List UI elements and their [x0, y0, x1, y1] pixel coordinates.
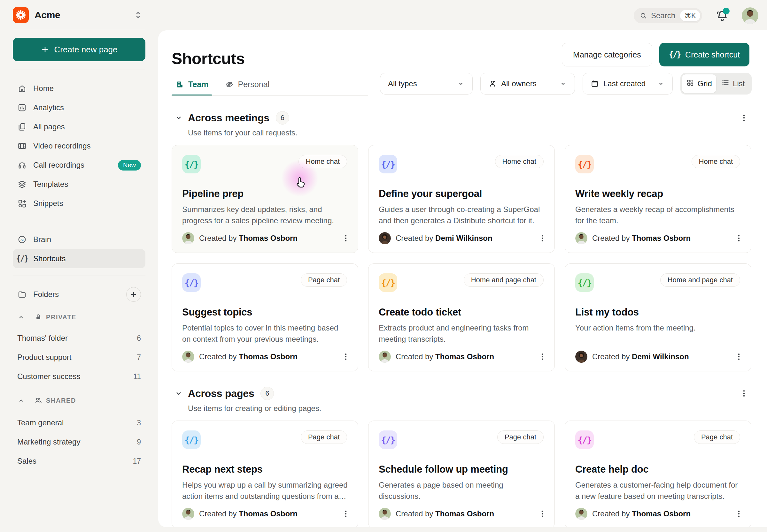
- chevron-up-icon[interactable]: [17, 313, 25, 321]
- chevron-down-icon[interactable]: [174, 113, 183, 122]
- shortcut-title: Suggest topics: [182, 307, 348, 318]
- shortcut-card-write-weekly-recap[interactable]: {/} Home chat Write weekly recap Generat…: [565, 145, 751, 253]
- workspace-switcher[interactable]: Acme: [13, 0, 145, 30]
- creator-byline: Created by Demi Wilkinson: [396, 234, 492, 243]
- analytics-icon: [17, 103, 27, 112]
- card-menu-button[interactable]: [341, 234, 350, 243]
- card-menu-button[interactable]: [538, 234, 547, 243]
- filter-all-types[interactable]: All types: [380, 73, 473, 95]
- card-menu-button[interactable]: [341, 352, 350, 361]
- section-across-meetings: Across meetings 6 Use items for your cal…: [171, 110, 752, 371]
- shortcut-card-create-todo-ticket[interactable]: {/} Home and page chat Create todo ticke…: [368, 263, 555, 371]
- group-header-private[interactable]: PRIVATE: [13, 311, 145, 323]
- shortcut-braces-icon: {/}: [182, 430, 201, 449]
- tabs-row: Team Personal All types All owners Last …: [171, 73, 752, 96]
- folder-item-customer-success[interactable]: Customer success 11: [13, 367, 145, 386]
- shortcut-card-create-help-doc[interactable]: {/} Page chat Create help doc Generates …: [565, 421, 751, 527]
- sidebar-item-home[interactable]: Home: [13, 79, 145, 98]
- shortcut-card-pipeline-prep[interactable]: {/} Home chat Pipeline prep Summarizes k…: [171, 145, 358, 253]
- sidebar-item-brain[interactable]: AI Brain: [13, 230, 145, 249]
- creator-byline: Created by Thomas Osborn: [396, 352, 494, 361]
- card-menu-button[interactable]: [734, 509, 743, 518]
- view-toggle-list[interactable]: List: [716, 74, 750, 93]
- filters: All types All owners Last created Grid L…: [380, 73, 752, 95]
- shortcut-card-list-my-todos[interactable]: {/} Home and page chat List my todos You…: [565, 263, 751, 371]
- tab-personal[interactable]: Personal: [221, 73, 273, 96]
- card-menu-button[interactable]: [538, 352, 547, 361]
- section-menu-button[interactable]: [740, 389, 748, 398]
- filter-last-created[interactable]: Last created: [583, 73, 673, 95]
- shortcut-braces-icon: {/}: [575, 155, 594, 173]
- card-menu-button[interactable]: [734, 352, 743, 361]
- sidebar-item-snippets[interactable]: Snippets: [13, 194, 145, 213]
- view-toggle-grid[interactable]: Grid: [682, 74, 716, 93]
- sidebar-item-call-recordings[interactable]: Call recordings New: [13, 156, 145, 175]
- folder-item-count: 3: [137, 419, 141, 427]
- folder-item-marketing-strategy[interactable]: Marketing strategy 9: [13, 432, 145, 452]
- sidebar-item-label: Home: [33, 84, 54, 93]
- folder-item-product-support[interactable]: Product support 7: [13, 348, 145, 367]
- shortcut-card-suggest-topics[interactable]: {/} Page chat Suggest topics Potential t…: [171, 263, 358, 371]
- folder-item-count: 7: [137, 353, 141, 362]
- sidebar-item-label: Templates: [33, 180, 68, 189]
- group-label: PRIVATE: [46, 314, 76, 321]
- create-shortcut-button[interactable]: {/} Create shortcut: [659, 43, 749, 66]
- create-new-page-button[interactable]: Create new page: [13, 38, 145, 61]
- folder-item-label: Sales: [17, 457, 36, 466]
- lock-icon: [34, 313, 42, 321]
- sidebar-item-label: All pages: [33, 122, 65, 131]
- shortcut-title: Create todo ticket: [379, 307, 544, 318]
- group-label: SHARED: [46, 397, 76, 404]
- workspace-switch-icon[interactable]: [133, 10, 143, 20]
- view-label: Grid: [698, 79, 712, 88]
- sidebar-item-shortcuts[interactable]: {/} Shortcuts: [13, 249, 145, 268]
- sidebar-item-all-pages[interactable]: All pages: [13, 117, 145, 136]
- home-icon: [17, 84, 27, 93]
- folder-item-team-general[interactable]: Team general 3: [13, 413, 145, 432]
- tab-team[interactable]: Team: [171, 73, 212, 96]
- shortcut-card-recap-next-steps[interactable]: {/} Page chat Recap next steps Helps you…: [171, 421, 358, 527]
- folder-item-sales[interactable]: Sales 17: [13, 452, 145, 471]
- shortcut-card-define-your-supergoal[interactable]: {/} Home chat Define your supergoal Guid…: [368, 145, 555, 253]
- folder-item-thomas-folder[interactable]: Thomas' folder 6: [13, 329, 145, 348]
- creator-avatar: [379, 508, 391, 520]
- chevron-down-icon[interactable]: [174, 389, 183, 398]
- shortcut-description: Generates a page based on meeting discus…: [379, 479, 544, 502]
- shortcut-description: Extracts product and engineering tasks f…: [379, 322, 544, 345]
- shortcut-braces-icon: {/}: [575, 430, 594, 449]
- sidebar-item-templates[interactable]: Templates: [13, 175, 145, 194]
- folders-label: Folders: [33, 290, 59, 299]
- sidebar-nav-secondary: AI Brain {/} Shortcuts: [13, 230, 145, 268]
- sidebar-divider: [13, 70, 145, 70]
- group-header-shared[interactable]: SHARED: [13, 394, 145, 407]
- card-menu-button[interactable]: [341, 509, 350, 518]
- chat-context-badge: Home chat: [692, 155, 740, 168]
- filter-all-owners[interactable]: All owners: [480, 73, 575, 95]
- shortcut-braces-icon: {/}: [379, 155, 397, 173]
- card-menu-button[interactable]: [734, 234, 743, 243]
- braces-icon: {/}: [669, 50, 681, 59]
- shortcut-card-schedule-follow-up-meeting[interactable]: {/} Page chat Schedule follow up meeting…: [368, 421, 555, 527]
- plus-icon: [41, 45, 49, 54]
- card-menu-button[interactable]: [538, 509, 547, 518]
- add-folder-button[interactable]: [126, 287, 141, 302]
- search-input[interactable]: Search ⌘K: [634, 8, 702, 23]
- creator-byline: Created by Thomas Osborn: [199, 352, 298, 361]
- creator-avatar: [575, 351, 588, 363]
- sidebar-item-analytics[interactable]: Analytics: [13, 98, 145, 117]
- tab-label: Personal: [238, 80, 270, 89]
- sidebar-item-video-recordings[interactable]: Video recordings: [13, 136, 145, 156]
- shortcut-title: Pipeline prep: [182, 188, 348, 200]
- calendar-icon: [591, 80, 599, 88]
- section-menu-button[interactable]: [740, 113, 748, 122]
- sidebar-item-folders[interactable]: Folders: [13, 285, 145, 304]
- filter-label: Last created: [604, 79, 646, 88]
- manage-categories-button[interactable]: Manage categories: [562, 43, 652, 66]
- chevron-up-icon[interactable]: [17, 397, 25, 404]
- view-toggle: Grid List: [680, 73, 752, 95]
- snippets-icon: [17, 199, 27, 208]
- notifications-button[interactable]: [716, 9, 729, 22]
- creator-byline: Created by Thomas Osborn: [592, 509, 691, 518]
- section-count-badge: 6: [276, 111, 289, 125]
- user-avatar[interactable]: [742, 7, 758, 24]
